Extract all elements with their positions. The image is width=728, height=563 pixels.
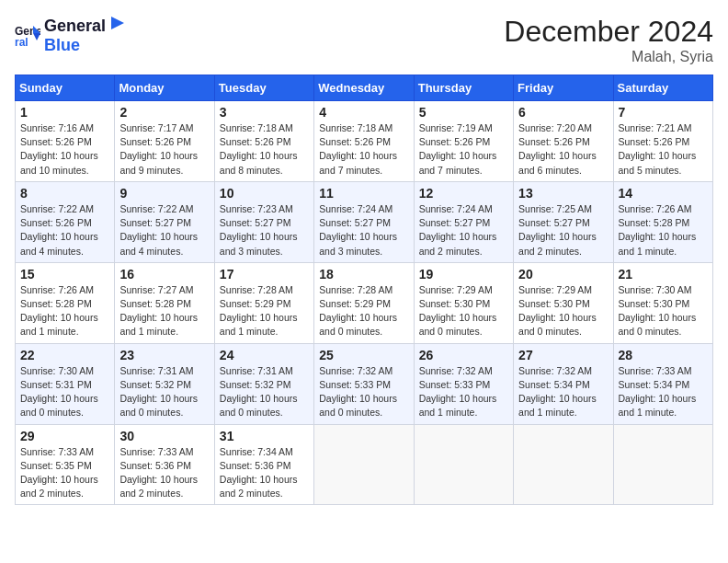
calendar-week-1: 1Sunrise: 7:16 AM Sunset: 5:26 PM Daylig… [16, 101, 713, 182]
day-info: Sunrise: 7:29 AM Sunset: 5:30 PM Dayligh… [518, 283, 608, 339]
day-info: Sunrise: 7:28 AM Sunset: 5:29 PM Dayligh… [319, 283, 408, 339]
calendar-cell [414, 424, 513, 505]
day-number: 10 [220, 186, 309, 201]
calendar-cell: 8Sunrise: 7:22 AM Sunset: 5:26 PM Daylig… [16, 181, 115, 262]
col-monday: Monday [115, 75, 214, 101]
calendar-week-2: 8Sunrise: 7:22 AM Sunset: 5:26 PM Daylig… [16, 181, 713, 262]
day-info: Sunrise: 7:16 AM Sunset: 5:26 PM Dayligh… [20, 121, 109, 178]
header-row: Sunday Monday Tuesday Wednesday Thursday… [16, 75, 713, 101]
day-info: Sunrise: 7:33 AM Sunset: 5:36 PM Dayligh… [119, 445, 209, 501]
calendar-cell: 12Sunrise: 7:24 AM Sunset: 5:27 PM Dayli… [414, 181, 513, 262]
calendar-cell: 10Sunrise: 7:23 AM Sunset: 5:27 PM Dayli… [214, 181, 313, 262]
calendar-cell: 9Sunrise: 7:22 AM Sunset: 5:27 PM Daylig… [115, 181, 214, 262]
day-number: 29 [20, 429, 109, 443]
calendar-cell: 2Sunrise: 7:17 AM Sunset: 5:26 PM Daylig… [115, 101, 214, 182]
day-number: 4 [319, 105, 408, 120]
day-info: Sunrise: 7:19 AM Sunset: 5:26 PM Dayligh… [419, 121, 508, 178]
col-saturday: Saturday [613, 75, 712, 101]
day-number: 19 [419, 267, 508, 282]
day-number: 17 [220, 267, 309, 282]
calendar-table: Sunday Monday Tuesday Wednesday Thursday… [15, 75, 713, 505]
calendar-cell: 29Sunrise: 7:33 AM Sunset: 5:35 PM Dayli… [16, 424, 115, 505]
calendar-cell: 22Sunrise: 7:30 AM Sunset: 5:31 PM Dayli… [16, 343, 115, 424]
col-tuesday: Tuesday [214, 75, 313, 101]
calendar-cell: 31Sunrise: 7:34 AM Sunset: 5:36 PM Dayli… [214, 424, 313, 505]
calendar-cell: 17Sunrise: 7:28 AM Sunset: 5:29 PM Dayli… [214, 262, 313, 343]
calendar-cell: 4Sunrise: 7:18 AM Sunset: 5:26 PM Daylig… [314, 101, 414, 182]
calendar-cell: 11Sunrise: 7:24 AM Sunset: 5:27 PM Dayli… [314, 181, 414, 262]
day-number: 25 [319, 348, 408, 362]
day-info: Sunrise: 7:18 AM Sunset: 5:26 PM Dayligh… [220, 121, 309, 178]
svg-text:ral: ral [15, 36, 28, 48]
calendar-cell: 13Sunrise: 7:25 AM Sunset: 5:27 PM Dayli… [514, 181, 613, 262]
calendar-cell: 23Sunrise: 7:31 AM Sunset: 5:32 PM Dayli… [115, 343, 214, 424]
logo-arrow-icon [108, 15, 126, 31]
day-number: 1 [20, 105, 109, 120]
day-info: Sunrise: 7:33 AM Sunset: 5:34 PM Dayligh… [619, 364, 708, 420]
title-area: December 2024 Malah, Syria [504, 15, 713, 65]
day-number: 12 [419, 186, 508, 201]
day-info: Sunrise: 7:29 AM Sunset: 5:30 PM Dayligh… [419, 283, 508, 339]
day-number: 30 [119, 429, 209, 443]
col-sunday: Sunday [16, 75, 115, 101]
calendar-cell: 21Sunrise: 7:30 AM Sunset: 5:30 PM Dayli… [613, 262, 712, 343]
page-header: Gene ral General Blue December 2024 Mala… [15, 15, 713, 65]
calendar-cell: 20Sunrise: 7:29 AM Sunset: 5:30 PM Dayli… [514, 262, 613, 343]
calendar-cell: 18Sunrise: 7:28 AM Sunset: 5:29 PM Dayli… [314, 262, 414, 343]
logo: Gene ral General Blue [15, 15, 126, 55]
calendar-cell [514, 424, 613, 505]
day-info: Sunrise: 7:31 AM Sunset: 5:32 PM Dayligh… [220, 364, 309, 420]
col-wednesday: Wednesday [314, 75, 414, 101]
day-info: Sunrise: 7:33 AM Sunset: 5:35 PM Dayligh… [20, 445, 109, 501]
day-info: Sunrise: 7:30 AM Sunset: 5:31 PM Dayligh… [20, 364, 109, 420]
day-number: 16 [119, 267, 209, 282]
calendar-cell [613, 424, 712, 505]
day-number: 11 [319, 186, 408, 201]
day-info: Sunrise: 7:24 AM Sunset: 5:27 PM Dayligh… [319, 202, 408, 259]
day-number: 20 [518, 267, 608, 282]
day-info: Sunrise: 7:32 AM Sunset: 5:34 PM Dayligh… [518, 364, 608, 420]
day-number: 27 [518, 348, 608, 362]
calendar-cell: 7Sunrise: 7:21 AM Sunset: 5:26 PM Daylig… [613, 101, 712, 182]
day-info: Sunrise: 7:24 AM Sunset: 5:27 PM Dayligh… [419, 202, 508, 259]
col-thursday: Thursday [414, 75, 513, 101]
location-title: Malah, Syria [504, 49, 713, 65]
calendar-cell: 6Sunrise: 7:20 AM Sunset: 5:26 PM Daylig… [514, 101, 613, 182]
calendar-cell: 1Sunrise: 7:16 AM Sunset: 5:26 PM Daylig… [16, 101, 115, 182]
calendar-cell: 15Sunrise: 7:26 AM Sunset: 5:28 PM Dayli… [16, 262, 115, 343]
day-info: Sunrise: 7:22 AM Sunset: 5:26 PM Dayligh… [20, 202, 109, 259]
day-info: Sunrise: 7:32 AM Sunset: 5:33 PM Dayligh… [319, 364, 408, 420]
calendar-cell [314, 424, 414, 505]
day-number: 31 [220, 429, 309, 443]
calendar-cell: 27Sunrise: 7:32 AM Sunset: 5:34 PM Dayli… [514, 343, 613, 424]
day-info: Sunrise: 7:27 AM Sunset: 5:28 PM Dayligh… [119, 283, 209, 339]
calendar-week-3: 15Sunrise: 7:26 AM Sunset: 5:28 PM Dayli… [16, 262, 713, 343]
day-number: 8 [20, 186, 109, 201]
logo-icon: Gene ral [15, 22, 40, 48]
day-info: Sunrise: 7:20 AM Sunset: 5:26 PM Dayligh… [518, 121, 608, 178]
day-info: Sunrise: 7:25 AM Sunset: 5:27 PM Dayligh… [518, 202, 608, 259]
col-friday: Friday [514, 75, 613, 101]
day-number: 3 [220, 105, 309, 120]
svg-marker-4 [111, 17, 124, 29]
day-number: 9 [119, 186, 209, 201]
day-number: 15 [20, 267, 109, 282]
calendar-cell: 14Sunrise: 7:26 AM Sunset: 5:28 PM Dayli… [613, 181, 712, 262]
calendar-cell: 16Sunrise: 7:27 AM Sunset: 5:28 PM Dayli… [115, 262, 214, 343]
day-info: Sunrise: 7:17 AM Sunset: 5:26 PM Dayligh… [119, 121, 209, 178]
calendar-cell: 19Sunrise: 7:29 AM Sunset: 5:30 PM Dayli… [414, 262, 513, 343]
day-number: 26 [419, 348, 508, 362]
day-number: 2 [119, 105, 209, 120]
day-number: 7 [619, 105, 708, 120]
logo-text-general: General [44, 17, 106, 36]
day-number: 13 [518, 186, 608, 201]
day-info: Sunrise: 7:28 AM Sunset: 5:29 PM Dayligh… [220, 283, 309, 339]
day-number: 28 [619, 348, 708, 362]
calendar-week-4: 22Sunrise: 7:30 AM Sunset: 5:31 PM Dayli… [16, 343, 713, 424]
day-info: Sunrise: 7:22 AM Sunset: 5:27 PM Dayligh… [119, 202, 209, 259]
calendar-cell: 5Sunrise: 7:19 AM Sunset: 5:26 PM Daylig… [414, 101, 513, 182]
day-number: 21 [619, 267, 708, 282]
day-info: Sunrise: 7:18 AM Sunset: 5:26 PM Dayligh… [319, 121, 408, 178]
calendar-cell: 25Sunrise: 7:32 AM Sunset: 5:33 PM Dayli… [314, 343, 414, 424]
day-info: Sunrise: 7:34 AM Sunset: 5:36 PM Dayligh… [220, 445, 309, 501]
